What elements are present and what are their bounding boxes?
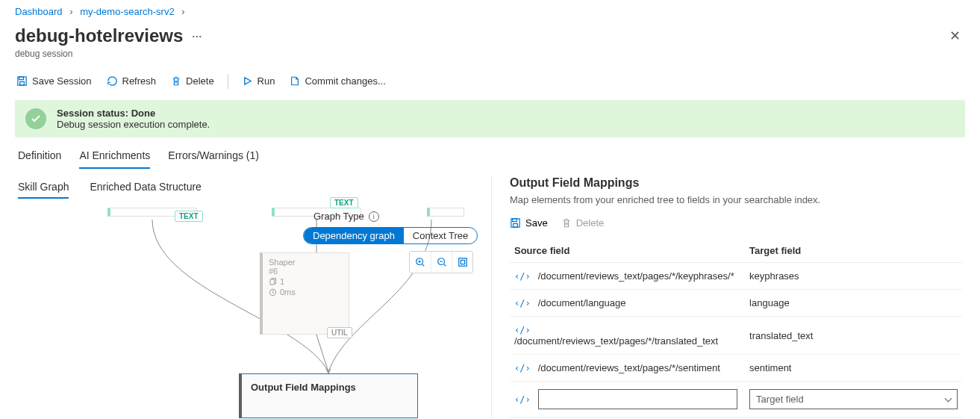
svg-rect-10: [513, 219, 517, 222]
panel-save-button[interactable]: Save: [510, 217, 548, 229]
graph-type-label: Graph Type i: [313, 211, 379, 222]
refresh-icon: [107, 75, 118, 87]
graph-zoom-tools: [409, 251, 473, 273]
breadcrumb-service[interactable]: my-demo-search-srv2: [80, 6, 174, 17]
shaper-node[interactable]: Shaper #6 1 0ms: [260, 252, 349, 335]
target-field: sentiment: [745, 355, 962, 382]
status-subtitle: Debug session execution complete.: [57, 119, 210, 130]
text-badge-2: TEXT: [330, 197, 358, 208]
shaper-title: Shaper: [269, 258, 343, 267]
mappings-table: Source field Target field ‹/›/document/r…: [510, 239, 962, 418]
svg-rect-7: [270, 279, 275, 285]
tab-ai-enrichments[interactable]: AI Enrichments: [79, 143, 150, 169]
close-icon[interactable]: ✕: [945, 23, 965, 49]
delete-label: Delete: [186, 75, 214, 87]
commit-label: Commit changes...: [305, 75, 385, 87]
copy-icon: [269, 278, 277, 286]
target-field-placeholder: Target field: [756, 394, 804, 405]
svg-rect-6: [461, 260, 464, 264]
secondary-tabs: Skill Graph Enriched Data Structure: [18, 176, 488, 199]
delete-button[interactable]: Delete: [169, 72, 216, 90]
output-node-label: Output Field Mappings: [251, 382, 356, 393]
status-title: Session status: Done: [57, 108, 155, 119]
panel-description: Map elements from your enriched tree to …: [510, 194, 962, 205]
code-icon: ‹/›: [514, 394, 531, 405]
source-field-input[interactable]: [538, 389, 737, 409]
vertical-divider: [491, 176, 492, 419]
panel-delete-button: Delete: [561, 217, 605, 229]
svg-rect-1: [19, 77, 24, 80]
save-session-label: Save Session: [32, 75, 92, 87]
commit-changes-button[interactable]: Commit changes...: [288, 72, 387, 90]
code-icon: ‹/›: [514, 363, 531, 373]
util-badge: UTIL: [327, 327, 352, 338]
commit-icon: [290, 75, 300, 87]
source-field: /document/reviews_text/pages/*/translate…: [514, 335, 718, 347]
table-row[interactable]: ‹/›/document/reviews_text/pages/*/sentim…: [510, 355, 962, 382]
pill-dependency-graph[interactable]: Dependency graph: [304, 228, 404, 243]
tab-definition[interactable]: Definition: [18, 143, 61, 169]
graph-type-toggle: Dependency graph Context Tree: [303, 227, 478, 244]
code-icon: ‹/›: [514, 271, 531, 282]
code-icon: ‹/›: [514, 298, 531, 308]
shaper-number: #6: [269, 267, 343, 276]
run-button[interactable]: Run: [240, 72, 277, 90]
run-icon: [242, 75, 253, 87]
tab-errors[interactable]: Errors/Warnings (1): [168, 143, 259, 169]
zoom-fit-button[interactable]: [452, 252, 472, 273]
breadcrumb-sep-1: ›: [69, 6, 72, 17]
page-subtitle: debug session: [0, 49, 980, 68]
zoom-in-button[interactable]: [410, 252, 431, 273]
toolbar-divider: [228, 74, 228, 89]
panel-save-label: Save: [525, 217, 548, 229]
save-icon: [16, 75, 28, 87]
breadcrumb-sep-2: ›: [181, 6, 184, 17]
zoom-out-button[interactable]: [431, 252, 452, 273]
save-icon: [510, 217, 521, 229]
clock-icon: [269, 288, 277, 297]
source-field: /document/reviews_text/pages/*/sentiment: [538, 362, 720, 373]
refresh-button[interactable]: Refresh: [105, 72, 158, 90]
table-row-new: ‹/› Target field: [510, 382, 962, 418]
breadcrumb: Dashboard › my-demo-search-srv2 ›: [0, 0, 980, 20]
target-field: translated_text: [745, 317, 962, 355]
subtab-skill-graph[interactable]: Skill Graph: [18, 176, 69, 199]
delete-icon: [561, 217, 572, 229]
primary-tabs: Definition AI Enrichments Errors/Warning…: [0, 143, 980, 169]
target-field-select[interactable]: Target field: [749, 389, 958, 409]
command-bar: Save Session Refresh Delete Run Commit c…: [0, 68, 980, 100]
skill-graph-canvas[interactable]: TEXT TEXT Graph Type i Dependency graph …: [18, 208, 488, 419]
panel-title: Output Field Mappings: [510, 176, 962, 190]
table-row[interactable]: ‹/›/document/language language: [510, 290, 962, 317]
run-label: Run: [258, 75, 275, 87]
shaper-count: 1: [280, 277, 284, 286]
target-field: language: [745, 290, 962, 317]
graph-node-3[interactable]: [427, 208, 464, 217]
success-check-icon: [25, 108, 46, 129]
col-target-header: Target field: [745, 239, 962, 263]
svg-rect-5: [458, 258, 466, 267]
shaper-time: 0ms: [280, 288, 296, 297]
panel-delete-label: Delete: [576, 217, 605, 229]
page-title: debug-hotelreviews: [15, 25, 183, 46]
source-field: /document/language: [538, 297, 626, 308]
code-icon: ‹/›: [514, 325, 531, 335]
text-badge-1: TEXT: [175, 211, 203, 222]
svg-rect-11: [514, 223, 518, 227]
status-bar: Session status: Done Debug session execu…: [15, 100, 965, 137]
output-field-mappings-node[interactable]: Output Field Mappings: [239, 373, 418, 418]
delete-icon: [171, 75, 181, 87]
save-session-button[interactable]: Save Session: [15, 72, 93, 90]
subtab-enriched-data[interactable]: Enriched Data Structure: [90, 176, 201, 199]
table-row[interactable]: ‹/›/document/reviews_text/pages/*/transl…: [510, 317, 962, 355]
more-menu-icon[interactable]: ···: [192, 31, 202, 42]
svg-rect-2: [20, 81, 25, 85]
table-row[interactable]: ‹/›/document/reviews_text/pages/*/keyphr…: [510, 263, 962, 290]
info-icon[interactable]: i: [369, 211, 379, 222]
chevron-down-icon: [945, 394, 952, 402]
target-field: keyphrases: [745, 263, 962, 290]
source-field: /document/reviews_text/pages/*/keyphrase…: [538, 270, 734, 282]
pill-context-tree[interactable]: Context Tree: [404, 228, 477, 243]
col-source-header: Source field: [510, 239, 745, 263]
breadcrumb-dashboard[interactable]: Dashboard: [15, 6, 63, 17]
